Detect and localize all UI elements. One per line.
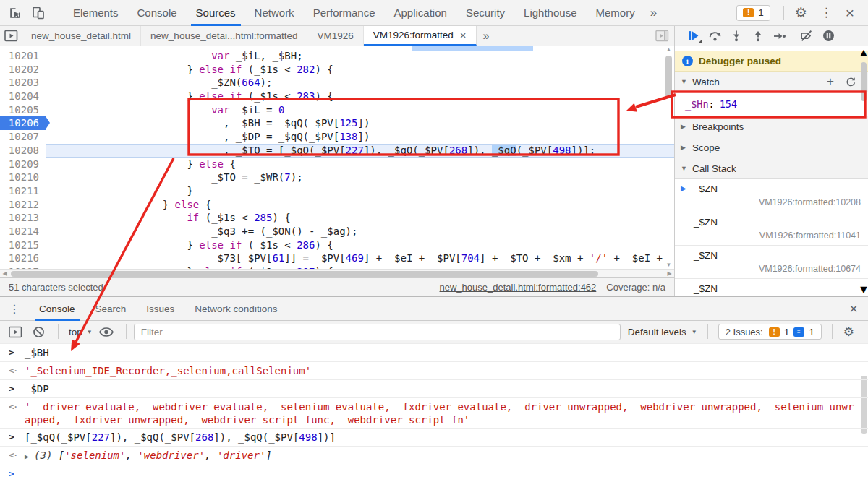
panel-tab-performance[interactable]: Performance	[304, 0, 385, 26]
code-text[interactable]: }	[46, 184, 674, 198]
resume-script-button[interactable]	[682, 27, 704, 45]
code-line[interactable]: 10203 _$ZN(664);	[0, 76, 674, 90]
close-devtools-icon[interactable]: ×	[839, 5, 861, 20]
drawer-menu-icon[interactable]: ⋮	[0, 302, 29, 316]
file-tab-vm1926-formatted[interactable]: VM1926:formatted×	[364, 26, 477, 46]
show-navigator-icon[interactable]	[0, 26, 22, 46]
code-text[interactable]: , _$DP = _$qQ(_$PV[138])	[46, 130, 674, 144]
breakpoints-section-header[interactable]: ▶ Breakpoints	[675, 116, 868, 137]
line-number[interactable]: 10201	[0, 49, 46, 63]
code-line[interactable]: 10201 var _$iL, _$BH;	[0, 49, 674, 63]
device-toolbar-icon[interactable]	[30, 5, 46, 21]
code-text[interactable]: _$73[_$PV[61]] = _$PV[469] + _$eI + _$PV…	[46, 251, 674, 265]
line-number[interactable]: 10214	[0, 225, 46, 238]
scroll-right-arrow[interactable]: ▶	[665, 270, 674, 277]
watch-expression[interactable]: _$Hn: 154	[675, 92, 868, 116]
watch-section-header[interactable]: ▼ Watch +	[675, 72, 868, 92]
log-levels-dropdown[interactable]: Default levels ▼	[628, 327, 697, 337]
code-line[interactable]: 10212 } else {	[0, 198, 674, 212]
code-line[interactable]: 10214 _$q3 += (_$ON() - _$ag);	[0, 225, 674, 238]
code-line[interactable]: 10213 if (_$1s < 285) {	[0, 211, 674, 225]
scope-section-header[interactable]: ▶ Scope	[675, 137, 868, 158]
file-tab-vm1926[interactable]: VM1926	[307, 26, 363, 46]
callstack-section-header[interactable]: ▼ Call Stack	[675, 158, 868, 179]
code-line[interactable]: 10205 var _$iL = 0	[0, 103, 674, 117]
scroll-down-arrow[interactable]: ▼	[858, 283, 868, 296]
code-text[interactable]: } else if (_$1s < 286) {	[46, 238, 674, 252]
line-number[interactable]: 10207	[0, 130, 46, 144]
console-tab-search[interactable]: Search	[85, 297, 137, 321]
panel-tab-memory[interactable]: Memory	[586, 0, 644, 26]
code-text[interactable]: } else if (_$1s < 282) {	[46, 63, 674, 77]
code-line[interactable]: 10206 , _$BH = _$qQ(_$PV[125])	[0, 116, 674, 130]
code-editor[interactable]: 10201 var _$iL, _$BH;10202 } else if (_$…	[0, 46, 674, 269]
code-line[interactable]: 10202 } else if (_$1s < 282) {	[0, 63, 674, 77]
breakpoint-marker[interactable]: 10206	[0, 116, 46, 130]
close-tab-icon[interactable]: ×	[460, 29, 467, 41]
code-text[interactable]: } else if (_$1s < 283) {	[46, 90, 674, 103]
console-output[interactable]: >_$BH<·'_Selenium_IDE_Recorder,_selenium…	[0, 343, 868, 482]
callstack-frame[interactable]: _$ZNVM1926:formatted:10674	[675, 246, 868, 279]
file-tab-new-house-detail-html[interactable]: new_house_detail.html	[22, 26, 141, 46]
editor-horizontal-scrollbar[interactable]: ◀ ▶	[0, 269, 674, 277]
callstack-frame[interactable]: _$ZN	[675, 279, 868, 296]
expand-triangle-icon[interactable]: ▶	[25, 452, 29, 460]
prompt-chevron-icon[interactable]: >	[9, 468, 14, 481]
scrollbar-thumb[interactable]	[861, 62, 867, 101]
console-settings-icon[interactable]: ⚙	[837, 326, 861, 338]
code-line[interactable]: 10215 } else if (_$1s < 286) {	[0, 238, 674, 252]
code-line[interactable]: 10209 } else {	[0, 158, 674, 171]
console-input-row[interactable]: >[_$qQ(_$PV[227]), _$qQ(_$PV[268]), _$qQ…	[0, 428, 868, 446]
code-text[interactable]: , _$BH = _$qQ(_$PV[125])	[46, 116, 674, 130]
scroll-up-arrow[interactable]: ▲	[666, 46, 672, 53]
code-text[interactable]: _$q3 += (_$ON() - _$ag);	[46, 225, 674, 238]
panel-tab-application[interactable]: Application	[385, 0, 456, 26]
line-number[interactable]: 10202	[0, 63, 46, 77]
code-line[interactable]: 10211 }	[0, 184, 674, 198]
javascript-context-selector[interactable]: top ▼	[69, 327, 93, 337]
more-file-tabs-icon[interactable]: »	[477, 26, 496, 46]
create-live-expression-icon[interactable]	[98, 327, 114, 337]
scrollbar-thumb[interactable]	[665, 56, 672, 98]
refresh-watch-icon[interactable]	[846, 77, 856, 87]
console-result-row[interactable]: <·'_Selenium_IDE_Recorder,_selenium,call…	[0, 361, 868, 379]
inspect-element-icon[interactable]	[7, 5, 23, 21]
console-filter-input[interactable]	[134, 324, 621, 340]
scroll-left-arrow[interactable]: ◀	[0, 270, 9, 277]
step-out-button[interactable]	[747, 27, 769, 45]
code-line[interactable]: 10204 } else if (_$1s < 283) {	[0, 90, 674, 103]
issues-summary[interactable]: 2 Issues: ! 1 ≡ 1	[718, 324, 822, 340]
show-debugger-sidebar-icon[interactable]	[650, 26, 674, 46]
step-into-button[interactable]	[726, 27, 747, 45]
panel-tab-network[interactable]: Network	[245, 0, 304, 26]
console-result-row[interactable]: <·'__driver_evaluate,__webdriver_evaluat…	[0, 397, 868, 428]
file-location-link[interactable]: new_house_detail.html:formatted:462	[440, 282, 597, 293]
console-prompt[interactable]: >	[0, 465, 868, 482]
line-number[interactable]: 10209	[0, 158, 46, 171]
line-number[interactable]: 10210	[0, 171, 46, 184]
line-number[interactable]: 10203	[0, 76, 46, 90]
code-text[interactable]: , _$TO = [_$qQ(_$PV[227]), _$qQ(_$PV[268…	[46, 144, 674, 158]
callstack-frame[interactable]: ▶_$ZNVM1926:formatted:10208	[675, 179, 868, 212]
deactivate-breakpoints-button[interactable]	[796, 27, 817, 45]
more-panels-icon[interactable]: »	[644, 6, 663, 20]
line-number[interactable]: 10216	[0, 251, 46, 265]
panel-tab-elements[interactable]: Elements	[64, 0, 128, 26]
devtools-menu-icon[interactable]: ⋮	[814, 7, 839, 19]
scroll-down-arrow[interactable]: ▼	[666, 262, 672, 269]
console-input-row[interactable]: >_$DP	[0, 379, 868, 397]
pause-on-exceptions-button[interactable]	[817, 27, 839, 45]
code-text[interactable]: } else {	[46, 158, 674, 171]
code-text[interactable]: var _$iL = 0	[46, 103, 674, 117]
show-console-sidebar-icon[interactable]	[7, 326, 23, 338]
step-button[interactable]	[769, 27, 791, 45]
line-number[interactable]: 10215	[0, 238, 46, 252]
add-watch-icon[interactable]: +	[827, 74, 834, 89]
code-line[interactable]: 10210 _$TO = _$WR(7);	[0, 171, 674, 184]
scroll-up-arrow[interactable]: ▲	[858, 46, 868, 59]
callstack-frame[interactable]: _$ZNVM1926:formatted:11041	[675, 212, 868, 246]
panel-tab-console[interactable]: Console	[128, 0, 187, 26]
panel-tab-lighthouse[interactable]: Lighthouse	[514, 0, 586, 26]
code-text[interactable]: if (_$1s < 285) {	[46, 211, 674, 225]
console-tab-issues[interactable]: Issues	[136, 297, 184, 321]
